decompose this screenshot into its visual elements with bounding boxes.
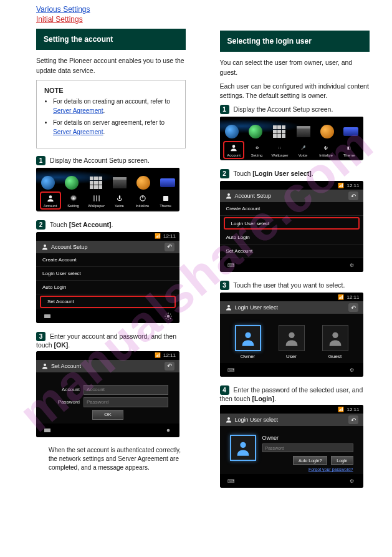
keyboard-icon[interactable]: ⌨ — [225, 260, 237, 270]
back-icon[interactable]: ↶ — [348, 415, 358, 424]
screen-title: Login User select — [235, 304, 279, 311]
breadcrumb-section[interactable]: Various Settings — [36, 5, 203, 14]
sliders-icon — [92, 193, 102, 203]
user-owner[interactable]: Owner — [235, 325, 261, 359]
svg-rect-2 — [93, 195, 94, 201]
back-icon[interactable]: ↶ — [348, 191, 358, 200]
note-text: For details on creating an account, refe… — [53, 98, 170, 105]
person-icon — [225, 416, 232, 424]
note-link[interactable]: Server Agreement — [53, 107, 103, 114]
step-text: Display the Account Setup screen. — [50, 157, 150, 164]
login-button[interactable]: Login — [331, 456, 353, 465]
person-icon — [41, 243, 49, 251]
step-text: Touch — [50, 221, 69, 228]
step-2: 2 Touch [Login User select]. — [220, 169, 370, 178]
svg-rect-10 — [44, 314, 50, 318]
login-password-input[interactable]: Password — [262, 443, 353, 452]
settings-item-wallpaper[interactable]: Wallpaper — [86, 193, 107, 208]
settings-label: Wallpaper — [88, 204, 105, 208]
step-badge: 1 — [36, 156, 45, 165]
settings-label: Setting — [67, 204, 79, 208]
gear-icon[interactable]: ⚙ — [346, 476, 358, 486]
gear-icon[interactable] — [162, 425, 174, 435]
status-time: 12:11 — [163, 352, 176, 358]
gear-icon[interactable]: ⚙ — [346, 260, 358, 270]
note-item: For details on creating an account, refe… — [53, 97, 178, 115]
settings-item-setting[interactable]: ⚙Setting — [246, 143, 267, 157]
svg-point-11 — [167, 314, 170, 317]
screen-title: Account Setup — [51, 244, 88, 250]
dock-apps-icon — [270, 123, 288, 140]
svg-point-0 — [49, 195, 52, 198]
screen-title: Login User select — [235, 417, 279, 423]
settings-label: Setting — [251, 153, 263, 157]
settings-item-initialize[interactable]: Initialize — [132, 193, 153, 208]
svg-rect-3 — [96, 195, 97, 201]
person-icon — [225, 192, 232, 200]
gear-icon: ⚙ — [252, 143, 262, 153]
list-item[interactable]: Auto Login — [36, 281, 179, 294]
list-item-login-user-select[interactable]: Login User select — [224, 217, 360, 230]
back-icon[interactable]: ↶ — [348, 303, 358, 312]
account-input[interactable]: Account — [84, 385, 168, 395]
note-item: For details on server agreement, refer t… — [53, 118, 178, 137]
settings-item-account[interactable]: Account — [40, 191, 61, 210]
keyboard-icon[interactable] — [41, 425, 54, 435]
settings-item-theme[interactable]: ◧Theme — [338, 143, 360, 157]
list-item-set-account[interactable]: Set Account — [40, 296, 176, 308]
screen-title: Account Setup — [235, 193, 272, 199]
list-item[interactable]: Auto Login — [220, 231, 363, 245]
keyboard-icon[interactable] — [41, 311, 54, 321]
account-label: Account — [47, 387, 80, 392]
settings-item-setting[interactable]: Setting — [63, 193, 84, 208]
user-guest[interactable]: Guest — [322, 325, 348, 359]
power-icon — [138, 193, 148, 203]
status-time: 12:11 — [347, 294, 359, 300]
settings-label: Initialize — [319, 153, 333, 157]
sliders-icon: ⎍ — [275, 143, 285, 153]
back-icon[interactable]: ↶ — [165, 243, 174, 251]
settings-item-theme[interactable]: Theme — [155, 193, 176, 208]
settings-item-voice[interactable]: 🎤Voice — [292, 143, 313, 157]
ok-button[interactable]: OK — [92, 410, 123, 420]
settings-item-voice[interactable]: Voice — [109, 193, 130, 208]
keyboard-icon[interactable]: ⌨ — [225, 476, 237, 486]
step-3: 3 Touch the user that you want to select… — [220, 281, 370, 290]
dock-usb-icon — [159, 174, 176, 191]
password-input[interactable]: Password — [84, 397, 168, 407]
wifi-icon: 📶 — [155, 233, 161, 239]
list-item[interactable]: Set Account — [220, 245, 363, 258]
forgot-password-link[interactable]: Forgot your password? — [262, 467, 353, 472]
keyboard-icon[interactable]: ⌨ — [225, 365, 237, 375]
screenshot-set-account: 📶12:11 Set Account ↶ Account Account Pas… — [36, 351, 179, 437]
settings-item-account[interactable]: Account — [223, 141, 244, 159]
user-user[interactable]: User — [279, 325, 305, 359]
person-icon — [229, 143, 239, 153]
settings-label: Account — [227, 153, 241, 157]
settings-item-wallpaper[interactable]: ⎍Wallpaper — [269, 143, 290, 157]
gear-icon[interactable] — [162, 311, 174, 321]
person-icon — [225, 304, 232, 311]
breadcrumb-subsection[interactable]: Initial Settings — [36, 15, 203, 24]
dock-apps-icon — [87, 174, 105, 191]
status-time: 12:11 — [347, 407, 359, 412]
gear-icon[interactable]: ⚙ — [346, 365, 358, 375]
auto-login-button[interactable]: Auto Login? — [293, 456, 327, 465]
list-item[interactable]: Create Account — [220, 202, 363, 216]
dock-music-icon — [247, 123, 264, 140]
dock-globe-icon — [223, 123, 241, 140]
step-text: Touch — [233, 170, 252, 177]
settings-item-initialize[interactable]: ⏻Initialize — [315, 143, 337, 157]
svg-point-17 — [227, 305, 230, 308]
svg-point-21 — [227, 417, 230, 420]
note-text: For details on server agreement, refer t… — [53, 119, 165, 126]
screenshot-login-password: 📶12:11 Login User select ↶ Owner Passwor… — [220, 405, 363, 488]
list-item[interactable]: Login User select — [36, 267, 179, 281]
step-1: 1 Display the Account Setup screen. — [36, 156, 186, 165]
back-icon[interactable]: ↶ — [165, 362, 174, 371]
svg-point-12 — [44, 364, 46, 366]
power-icon: ⏻ — [321, 143, 331, 153]
list-item[interactable]: Create Account — [36, 253, 179, 267]
note-link[interactable]: Server Agreement — [53, 128, 103, 135]
wifi-icon: 📶 — [338, 183, 344, 188]
